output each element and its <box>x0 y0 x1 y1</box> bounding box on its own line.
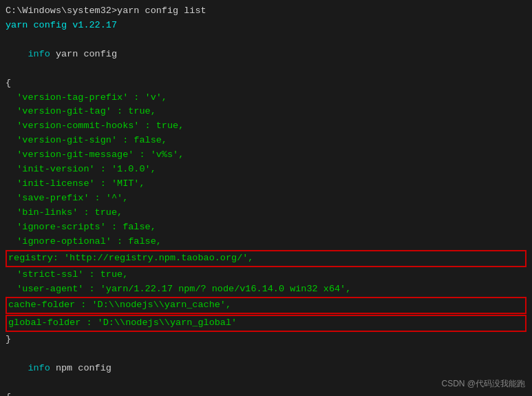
brace-open2: { <box>6 390 526 396</box>
info2-label: info <box>28 363 50 373</box>
info2-text: npm config <box>50 363 111 373</box>
cache-folder-highlighted: cache-folder : 'D:\\nodejs\\yarn_cache', <box>6 297 526 314</box>
info1-label: info <box>28 49 50 59</box>
cmd-line: C:\Windows\system32>yarn config list <box>6 4 526 19</box>
strict-ssl-line: 'strict-ssl' : true, <box>6 268 526 282</box>
config-line-10: 'ignore-optional' : false, <box>6 235 526 249</box>
info1-line: info yarn config <box>6 33 526 76</box>
config-line-5: 'init-version' : '1.0.0', <box>6 163 526 177</box>
config-line-2: 'version-commit-hooks' : true, <box>6 119 526 134</box>
watermark: CSDN @代码没我能跑 <box>441 377 525 390</box>
config-line-9: 'ignore-scripts' : false, <box>6 220 526 235</box>
config-line-0: 'version-tag-prefix' : 'v', <box>6 91 526 105</box>
config-line-3: 'version-git-sign' : false, <box>6 134 526 148</box>
config-line-7: 'save-prefix' : '^', <box>6 191 526 206</box>
brace-close: } <box>6 333 526 347</box>
user-agent-line: 'user-agent' : 'yarn/1.22.17 npm/? node/… <box>6 282 526 297</box>
config-line-6: 'init-license' : 'MIT', <box>6 177 526 191</box>
registry-highlighted: registry: 'http://registry.npm.taobao.or… <box>6 250 526 267</box>
brace-open: { <box>6 76 526 91</box>
terminal-window: C:\Windows\system32>yarn config list yar… <box>0 0 532 396</box>
config-line-1: 'version-git-tag' : true, <box>6 105 526 119</box>
yarn-version-line: yarn config v1.22.17 <box>6 19 526 33</box>
info1-text: yarn config <box>50 49 117 59</box>
config-line-8: 'bin-links' : true, <box>6 206 526 220</box>
global-folder-highlighted: global-folder : 'D:\\nodejs\\yarn_global… <box>6 315 526 332</box>
config-line-4: 'version-git-message' : 'v%s', <box>6 148 526 163</box>
